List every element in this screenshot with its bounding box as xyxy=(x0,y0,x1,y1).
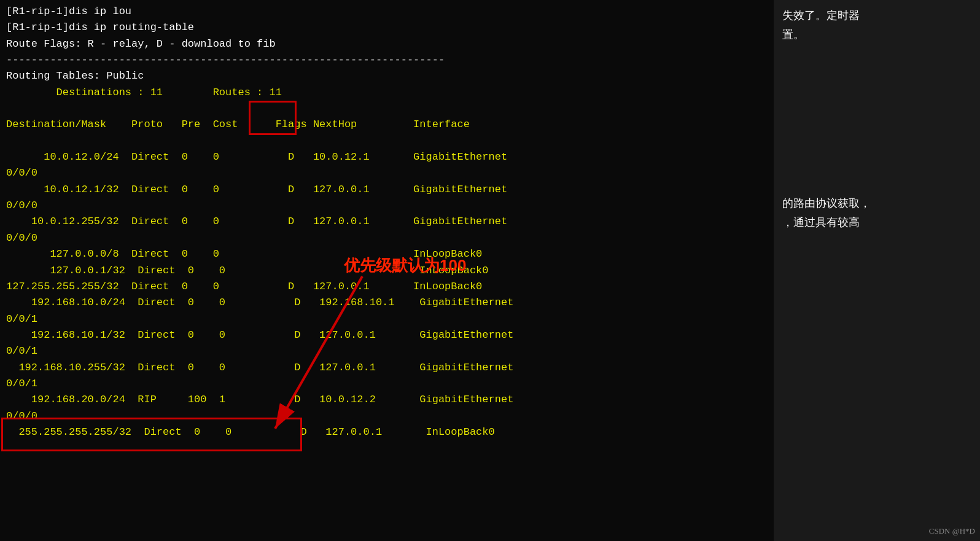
route-row-1a: 10.0.12.0/24 Direct 0 0 D 10.0.12.1 Giga… xyxy=(6,149,768,165)
terminal-header: Destination/Mask Proto Pre Cost Flags Ne… xyxy=(6,117,768,133)
watermark: CSDN @H*D xyxy=(929,524,975,538)
route-row-8b: 0/0/1 xyxy=(6,343,768,359)
route-row-7a: 192.168.10.0/24 Direct 0 0 D 192.168.10.… xyxy=(6,295,768,311)
terminal-line-2: [R1-rip-1]dis ip routing-table xyxy=(6,20,768,36)
route-row-9b: 0/0/1 xyxy=(6,376,768,392)
right-panel: 失效了。定时器 置。 的路由协议获取， ，通过具有较高 CSDN @H*D xyxy=(774,0,980,541)
route-row-8a: 192.168.10.1/32 Direct 0 0 D 127.0.0.1 G… xyxy=(6,327,768,343)
right-text-line-2: 置。 xyxy=(782,28,804,41)
terminal-line-7 xyxy=(6,101,768,117)
right-text-line-1: 失效了。定时器 xyxy=(782,9,860,21)
route-row-3b: 0/0/0 xyxy=(6,230,768,246)
route-row-3a: 10.0.12.255/32 Direct 0 0 D 127.0.0.1 Gi… xyxy=(6,214,768,230)
terminal-line-1: [R1-rip-1]dis ip lou xyxy=(6,4,768,20)
right-panel-content: 失效了。定时器 置。 的路由协议获取， ，通过具有较高 xyxy=(782,6,971,232)
route-row-1b: 0/0/0 xyxy=(6,165,768,181)
route-row-2b: 0/0/0 xyxy=(6,198,768,214)
route-row-9a: 192.168.10.255/32 Direct 0 0 D 127.0.0.1… xyxy=(6,360,768,376)
route-row-7b: 0/0/1 xyxy=(6,311,768,327)
terminal-output: [R1-rip-1]dis ip lou [R1-rip-1]dis ip ro… xyxy=(0,0,774,444)
route-row-11: 255.255.255.255/32 Direct 0 0 D 127.0.0.… xyxy=(6,424,768,440)
terminal-line-6: Destinations : 11 Routes : 11 xyxy=(6,85,768,101)
terminal-line-5: Routing Tables: Public xyxy=(6,68,768,84)
terminal-line-3: Route Flags: R - relay, D - download to … xyxy=(6,36,768,52)
terminal-panel: [R1-rip-1]dis ip lou [R1-rip-1]dis ip ro… xyxy=(0,0,774,541)
route-row-10a: 192.168.20.0/24 RIP 100 1 D 10.0.12.2 Gi… xyxy=(6,392,768,408)
route-row-6: 127.255.255.255/32 Direct 0 0 D 127.0.0.… xyxy=(6,279,768,295)
annotation-label: 优先级默认为100 xyxy=(344,255,466,276)
right-text-line-3: 的路由协议获取， xyxy=(782,197,871,209)
terminal-line-blank xyxy=(6,133,768,149)
terminal-line-4: ----------------------------------------… xyxy=(6,52,768,68)
right-text-line-4: ，通过具有较高 xyxy=(782,216,860,228)
route-row-10b: 0/0/0 xyxy=(6,408,768,424)
route-row-2a: 10.0.12.1/32 Direct 0 0 D 127.0.0.1 Giga… xyxy=(6,182,768,198)
